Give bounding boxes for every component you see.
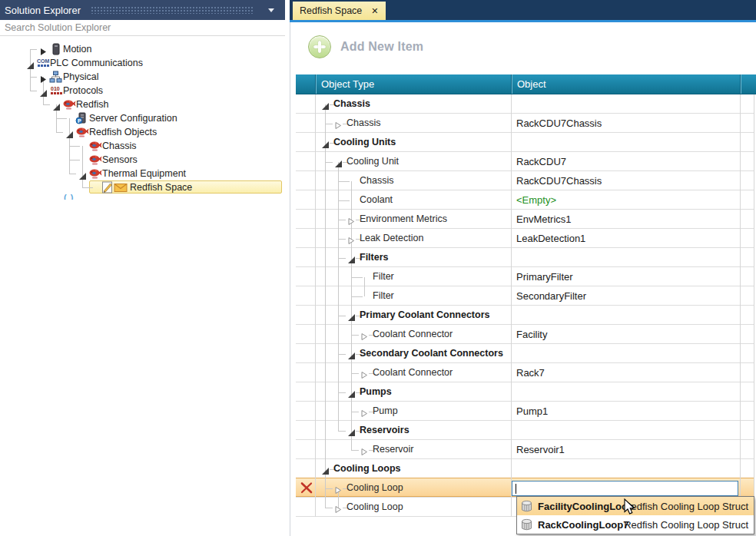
grid-row-chassis[interactable]: ChassisRackCDU7Chassis: [296, 114, 754, 133]
solution-explorer-titlebar[interactable]: Solution Explorer: [0, 0, 285, 20]
expander-closed-icon[interactable]: [360, 369, 368, 382]
expander-open-icon[interactable]: [347, 253, 356, 267]
expander-open-icon[interactable]: [321, 138, 330, 152]
grid-row-pumps[interactable]: Pumps: [296, 382, 754, 402]
delete-row-icon[interactable]: [300, 481, 313, 498]
expander-closed-icon[interactable]: [347, 234, 355, 248]
tree-item-server-configuration[interactable]: PServer Configuration: [0, 111, 285, 125]
grid-row-filters[interactable]: Filters: [296, 248, 754, 267]
titlebar-menu-button[interactable]: [265, 5, 277, 15]
grid-row-reservoir[interactable]: ReservoirReservoir1: [296, 440, 754, 459]
grid-row-coolant-connector[interactable]: Coolant ConnectorRack7: [296, 363, 754, 382]
titlebar-grip[interactable]: [91, 6, 254, 14]
grid-row-secondary-coolant-connectors[interactable]: Secondary Coolant Connectors: [296, 344, 754, 363]
tree-item-label: Redfish Objects: [89, 127, 157, 137]
object-edit-input[interactable]: [512, 481, 738, 496]
grid-row-leak-detection[interactable]: Leak DetectionLeakDetection1: [296, 229, 754, 248]
plus-circle-icon: [308, 35, 331, 58]
expander-closed-icon[interactable]: [347, 215, 355, 229]
tree-item-plc-communications[interactable]: COMPLC Communications: [0, 56, 285, 70]
expander-open-icon[interactable]: [347, 426, 356, 440]
expander-open-icon[interactable]: [347, 388, 356, 402]
grid-guide-line: [364, 277, 365, 296]
grid-body: ChassisChassisRackCDU7ChassisCooling Uni…: [296, 94, 756, 517]
expander-closed-icon[interactable]: [334, 119, 342, 133]
redfish-icon: [88, 167, 101, 180]
expander-open-icon[interactable]: [347, 311, 356, 325]
object-value: RackCDU7Chassis: [516, 175, 602, 187]
tree-item-label: Thermal Equipment: [102, 168, 186, 179]
expander-closed-icon[interactable]: [334, 503, 342, 517]
redfish-icon: [62, 98, 75, 111]
grid-column-separator: [511, 94, 512, 517]
object-value: PrimaryFilter: [516, 271, 573, 283]
solution-explorer-title: Solution Explorer: [0, 5, 81, 16]
object-value: LeakDetection1: [516, 233, 585, 244]
tree-item-label: Sensors: [102, 154, 138, 165]
expander-open-icon[interactable]: [52, 101, 61, 114]
tree-item-physical[interactable]: Physical: [0, 70, 285, 84]
grid-row-pump[interactable]: PumpPump1: [296, 402, 754, 421]
tree-connector: [56, 118, 67, 119]
tree-item-motion[interactable]: Motion: [0, 42, 285, 56]
grid-connector: [338, 200, 350, 201]
solution-explorer-panel: Solution Explorer Search Solution Explor…: [0, 0, 290, 536]
grid-row-chassis[interactable]: Chassis: [296, 94, 754, 114]
object-value: Reservoir1: [516, 444, 565, 455]
expander-open-icon[interactable]: [334, 157, 343, 171]
object-type-label: Cooling Loop: [346, 482, 403, 493]
chevron-down-icon: [268, 8, 274, 12]
text-caret: [516, 484, 516, 494]
tree-item-label: Protocols: [63, 85, 103, 96]
expander-open-icon[interactable]: [347, 349, 356, 363]
tab-close-icon[interactable]: ✕: [371, 6, 378, 16]
expander-open-icon[interactable]: [65, 128, 74, 142]
tree-item-thermal-equipment[interactable]: Thermal Equipment: [0, 167, 285, 180]
tree-item-protocols[interactable]: 010Protocols: [0, 84, 285, 98]
expander-closed-icon[interactable]: [334, 484, 342, 498]
tree-item-sensors[interactable]: Sensors: [0, 153, 285, 167]
expander-closed-icon[interactable]: [39, 73, 47, 87]
grid-connector: [338, 258, 346, 259]
dropdown-item-type: Redfish Cooling Loop Struct: [624, 519, 748, 531]
object-type-label: Reservoir: [373, 444, 414, 455]
dropdown-item-name: FacilityCoolingLoop: [538, 501, 634, 512]
expander-open-icon[interactable]: [26, 59, 35, 73]
add-new-item-button[interactable]: Add New Item: [308, 35, 423, 58]
grid-row-coolant[interactable]: Coolant<Empty>: [296, 190, 754, 210]
add-new-item-label: Add New Item: [340, 40, 423, 54]
panel-splitter[interactable]: [285, 0, 290, 536]
expander-closed-icon[interactable]: [360, 445, 368, 459]
dropdown-item-rackcoolingloop7[interactable]: RackCoolingLoop7Redfish Cooling Loop Str…: [517, 515, 754, 534]
grid-header: Object Type Object: [296, 74, 756, 94]
grid-row-primary-coolant-connectors[interactable]: Primary Coolant Connectors: [296, 306, 754, 325]
document-tabbar: Redfish Space ✕: [290, 0, 756, 20]
tree-item-redfish-space[interactable]: Redfish Space: [0, 180, 285, 194]
tree-connector: [69, 146, 80, 147]
grid-row-reservoirs[interactable]: Reservoirs: [296, 421, 754, 440]
com-bus-icon: COM: [36, 57, 49, 69]
object-value: RackCDU7: [516, 156, 566, 167]
grid-row-chassis[interactable]: ChassisRackCDU7Chassis: [296, 171, 754, 190]
tree-item-redfish-objects[interactable]: Redfish Objects: [0, 125, 285, 139]
tree-connector: [43, 104, 50, 105]
grid-row-cooling-loops[interactable]: Cooling Loops: [296, 459, 754, 478]
svg-text:P: P: [78, 118, 81, 124]
grid-row-cooling-units[interactable]: Cooling Units: [296, 133, 754, 152]
grid-row-environment-metrics[interactable]: Environment MetricsEnvMetrics1: [296, 210, 754, 229]
grid-row-coolant-connector[interactable]: Coolant ConnectorFacility: [296, 325, 754, 344]
expander-open-icon[interactable]: [78, 170, 87, 184]
grid-row-cooling-unit[interactable]: Cooling UnitRackCDU7: [296, 152, 754, 171]
expander-open-icon[interactable]: [321, 465, 330, 478]
object-value: Facility: [516, 329, 547, 340]
grid-header-object[interactable]: Object: [511, 74, 740, 94]
tree-item-chassis[interactable]: Chassis: [0, 139, 285, 153]
expander-open-icon[interactable]: [39, 87, 48, 101]
search-input[interactable]: Search Solution Explorer: [0, 20, 285, 36]
expander-closed-icon[interactable]: [360, 330, 368, 344]
object-value: <Empty>: [516, 194, 556, 206]
expander-closed-icon[interactable]: [360, 407, 368, 421]
tab-redfish-space[interactable]: Redfish Space ✕: [293, 2, 386, 20]
grid-header-object-type[interactable]: Object Type: [315, 74, 511, 94]
expander-open-icon[interactable]: [321, 100, 330, 114]
